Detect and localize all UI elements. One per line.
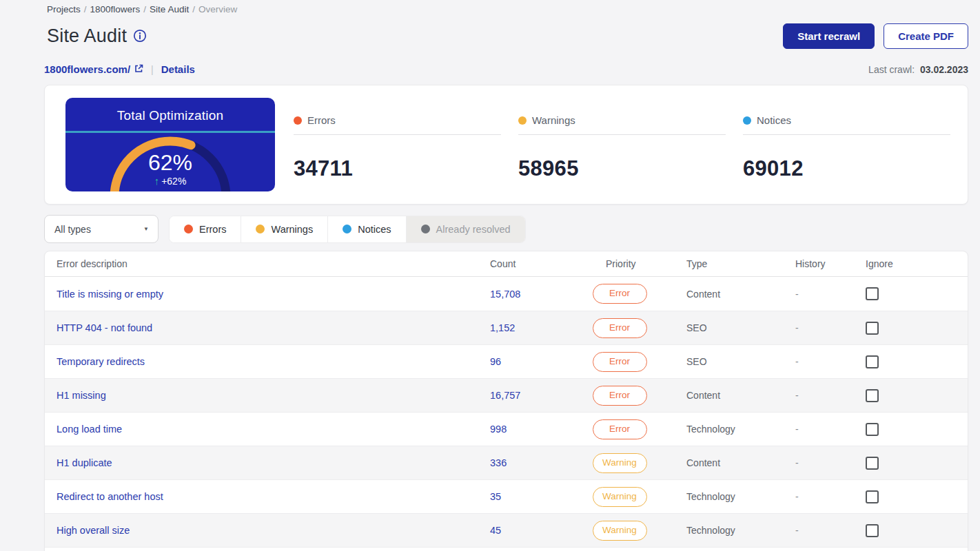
ignore-checkbox[interactable]: [866, 490, 879, 503]
issues-table: Error description Count Priority Type Hi…: [44, 251, 968, 551]
stat-notices: Notices 69012: [743, 114, 950, 204]
error-description-link[interactable]: HTTP 404 - not found: [57, 322, 152, 333]
count-link[interactable]: 45: [490, 525, 501, 536]
type-cell: Content: [668, 289, 776, 300]
table-row: Title is missing or empty 15,708 Error C…: [45, 277, 968, 311]
errors-dot-icon: [184, 225, 193, 233]
tab-already-resolved[interactable]: Already resolved: [406, 216, 525, 242]
tab-warnings[interactable]: Warnings: [241, 216, 327, 242]
tab-label: Warnings: [271, 224, 313, 235]
filter-row: All types ▼ Errors Warnings Notices Alre…: [44, 215, 968, 243]
ignore-checkbox[interactable]: [866, 457, 879, 470]
type-filter-select[interactable]: All types ▼: [44, 215, 159, 243]
stat-label: Warnings: [532, 114, 575, 126]
col-header-count: Count: [490, 258, 571, 269]
table-row: Redirect to another host 35 Warning Tech…: [45, 479, 968, 513]
title-actions: Start recrawl Create PDF: [783, 23, 968, 49]
count-link[interactable]: 336: [490, 457, 507, 468]
total-optimization-card: Total Optimization 62% ↑+62%: [65, 98, 275, 191]
breadcrumb-site-audit[interactable]: Site Audit: [150, 4, 189, 14]
history-cell: -: [776, 457, 848, 468]
warnings-dot-icon: [518, 116, 527, 125]
error-description-link[interactable]: H1 missing: [57, 390, 106, 401]
error-description-link[interactable]: Title is missing or empty: [57, 289, 163, 300]
priority-badge: Error: [593, 386, 647, 406]
ignore-checkbox[interactable]: [866, 524, 879, 537]
details-link[interactable]: Details: [161, 63, 195, 75]
stat-errors: Errors 34711: [294, 114, 501, 204]
domain-link[interactable]: 1800flowers.com/: [44, 63, 143, 75]
stat-label: Errors: [307, 114, 336, 126]
col-header-priority: Priority: [571, 258, 668, 269]
notices-count: 69012: [743, 156, 950, 181]
error-description-link[interactable]: Long load time: [57, 424, 122, 435]
status-tabs: Errors Warnings Notices Already resolved: [169, 216, 526, 243]
site-row: 1800flowers.com/ | Details Last crawl: 0…: [44, 63, 968, 75]
count-link[interactable]: 1,152: [490, 322, 515, 333]
table-row: H1 missing 16,757 Error Content -: [45, 378, 968, 412]
chevron-down-icon: ▼: [143, 226, 149, 232]
gauge-change-value: +62%: [161, 176, 186, 187]
ignore-checkbox[interactable]: [866, 355, 879, 368]
error-description-link[interactable]: Temporary redirects: [57, 356, 145, 367]
col-header-description: Error description: [57, 258, 490, 269]
breadcrumb-separator: /: [143, 4, 146, 14]
warnings-count: 58965: [518, 156, 726, 181]
history-cell: -: [776, 322, 848, 333]
history-cell: -: [776, 356, 848, 367]
priority-badge: Error: [593, 318, 647, 338]
count-link[interactable]: 96: [490, 356, 501, 367]
tab-label: Notices: [358, 224, 391, 235]
tab-label: Errors: [199, 224, 226, 235]
breadcrumb-current: Overview: [198, 4, 237, 14]
table-row: Long load time 998 Error Technology -: [45, 412, 968, 446]
priority-badge: Error: [593, 419, 647, 439]
col-header-ignore: Ignore: [848, 258, 956, 269]
count-link[interactable]: 35: [490, 491, 501, 502]
table-row: HTTP 404 - not found 1,152 Error SEO -: [45, 311, 968, 344]
priority-badge: Warning: [593, 521, 647, 541]
history-cell: -: [776, 390, 848, 401]
up-arrow-icon: ↑: [154, 175, 160, 187]
gauge-divider: [65, 131, 275, 133]
priority-badge: Error: [593, 352, 647, 372]
table-body: Title is missing or empty 15,708 Error C…: [45, 277, 968, 551]
history-cell: -: [776, 525, 848, 536]
error-description-link[interactable]: High overall size: [57, 525, 130, 536]
breadcrumb: Projects/1800flowers/Site Audit/Overview: [47, 0, 968, 14]
resolved-dot-icon: [421, 225, 430, 233]
breadcrumb-project[interactable]: 1800flowers: [90, 4, 141, 14]
col-header-type: Type: [668, 258, 776, 269]
summary-card: Total Optimization 62% ↑+62% Errors 3471…: [44, 85, 968, 205]
ignore-checkbox[interactable]: [866, 423, 879, 436]
last-crawl: Last crawl: 03.02.2023: [868, 64, 968, 75]
error-description-link[interactable]: Redirect to another host: [57, 491, 163, 502]
count-link[interactable]: 15,708: [490, 289, 520, 300]
create-pdf-button[interactable]: Create PDF: [884, 23, 968, 49]
start-recrawl-button[interactable]: Start recrawl: [783, 23, 875, 49]
count-link[interactable]: 16,757: [490, 390, 520, 401]
gauge-value: 62%: [65, 150, 275, 176]
tab-notices[interactable]: Notices: [327, 216, 405, 242]
ignore-checkbox[interactable]: [866, 322, 879, 335]
tab-label: Already resolved: [436, 224, 511, 235]
info-icon[interactable]: [133, 29, 147, 43]
page-title: Site Audit: [47, 25, 127, 47]
type-cell: SEO: [668, 356, 776, 367]
error-description-link[interactable]: H1 duplicate: [57, 457, 112, 468]
warnings-dot-icon: [256, 225, 265, 233]
history-cell: -: [776, 424, 848, 435]
ignore-checkbox[interactable]: [866, 287, 879, 300]
type-cell: SEO: [668, 322, 776, 333]
priority-badge: Warning: [593, 487, 647, 507]
count-link[interactable]: 998: [490, 424, 507, 435]
breadcrumb-projects[interactable]: Projects: [47, 4, 81, 14]
table-row: High overall size 45 Warning Technology …: [45, 513, 968, 547]
stat-warnings: Warnings 58965: [518, 114, 726, 204]
table-row: Warning: [45, 547, 968, 551]
history-cell: -: [776, 289, 848, 300]
history-cell: -: [776, 491, 848, 502]
tab-errors[interactable]: Errors: [170, 216, 241, 242]
ignore-checkbox[interactable]: [866, 389, 879, 402]
breadcrumb-separator: /: [84, 4, 87, 14]
